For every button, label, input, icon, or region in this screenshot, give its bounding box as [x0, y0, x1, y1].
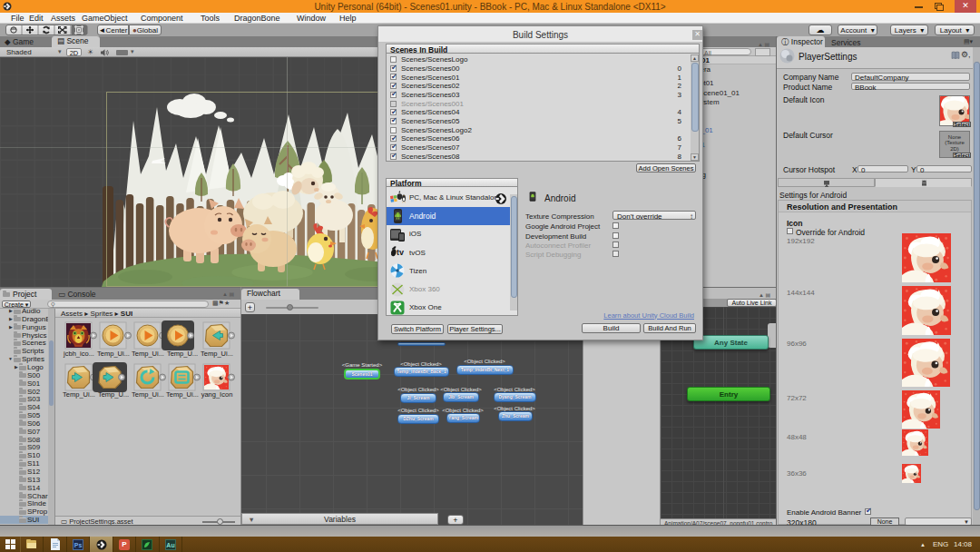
svg-text:tv: tv [397, 248, 404, 257]
